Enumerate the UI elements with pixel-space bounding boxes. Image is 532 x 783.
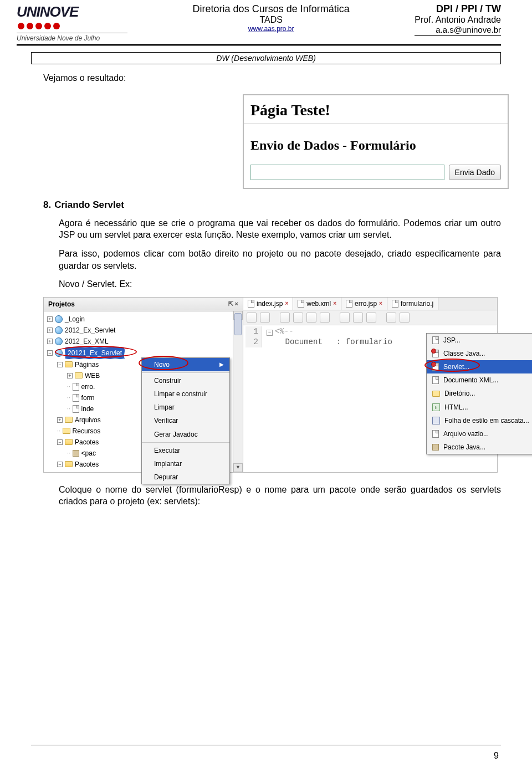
browser-screenshot: Págia Teste! Envio de Dados - Formulário… [243, 94, 509, 189]
dept-name: Diretoria dos Cursos de Informática [127, 3, 415, 15]
menu-doc-xml[interactable]: Documento XML... [427, 373, 532, 387]
menu-arquivo-vazio[interactable]: Arquivo vazio... [427, 427, 532, 441]
toolbar-button[interactable] [353, 313, 363, 323]
form-text-input[interactable] [250, 165, 444, 180]
file-icon [73, 383, 79, 391]
center-header: Diretoria dos Cursos de Informática TADS… [127, 3, 415, 33]
folder-icon [65, 439, 73, 445]
folder-icon [432, 391, 440, 397]
scroll-down-icon[interactable]: ▼ [233, 463, 243, 472]
projects-label: Projetos [48, 300, 75, 309]
project-login[interactable]: +_Login [47, 314, 239, 325]
globe-icon [55, 315, 63, 323]
globe-icon [55, 337, 63, 345]
file-icon [432, 336, 439, 344]
tab-webxml[interactable]: web.xml× [293, 298, 341, 310]
intro-result: Vejamos o resultado: [43, 72, 501, 84]
file-icon [73, 405, 79, 413]
submit-button[interactable]: Envia Dado [449, 165, 501, 180]
toolbar-button[interactable] [260, 313, 270, 323]
css-icon [432, 417, 440, 424]
editor-toolbar [243, 310, 497, 325]
toolbar-button[interactable] [247, 313, 257, 323]
toolbar-button[interactable] [306, 313, 316, 323]
section-heading: 8.Criando Servlet [43, 199, 501, 212]
logo-dots [18, 23, 127, 29]
page-title: Págia Teste! [244, 95, 508, 124]
menu-novo[interactable]: Novo▶ [142, 358, 229, 371]
projects-panel-title: Projetos ⇱ × [44, 298, 243, 311]
fold-icon[interactable]: − [267, 330, 273, 336]
package-icon [432, 444, 439, 451]
toolbar-button[interactable] [366, 313, 376, 323]
website-link: www.aas.pro.br [127, 25, 415, 33]
menu-pacote-java[interactable]: Pacote Java... [427, 441, 532, 454]
file-icon [248, 300, 254, 308]
projects-scrollbar[interactable]: ▲ ▼ [233, 311, 243, 472]
menu-limpar[interactable]: Limpar [142, 401, 229, 414]
highlight-ellipse [55, 346, 137, 358]
folder-icon [65, 461, 73, 467]
panel-controls[interactable]: ⇱ × [228, 300, 238, 308]
logo-tagline: Universidade Nove de Julho [17, 33, 127, 42]
toolbar-button[interactable] [400, 313, 410, 323]
toolbar-button[interactable] [386, 313, 396, 323]
paragraph-5: Coloque o nome do servlet (formularioRes… [59, 484, 501, 508]
professor-name: Prof. Antonio Andrade [415, 15, 501, 25]
menu-verificar[interactable]: Verificar [142, 414, 229, 427]
section-title: Criando Servlet [54, 199, 124, 210]
editor-area: index.jsp× web.xml× erro.jsp× formulario… [243, 298, 497, 472]
close-icon[interactable]: × [379, 300, 382, 308]
tab-index[interactable]: index.jsp× [243, 298, 293, 310]
paragraph-4: Novo / Servlet. Ex: [59, 278, 501, 290]
project-servlet[interactable]: +2012_Ex_Servlet [47, 325, 239, 336]
logo: UNINOVE Universidade Nove de Julho [17, 3, 127, 42]
scroll-thumb[interactable] [234, 313, 242, 335]
professor-email: a.a.s@uninove.br [415, 25, 501, 36]
project-xml[interactable]: +2012_Ex_XML [47, 336, 239, 347]
form-heading: Envio de Dados - Formulário [244, 124, 508, 164]
menu-limpar-construir[interactable]: Limpar e construir [142, 387, 229, 401]
globe-icon [55, 326, 63, 334]
highlight-ellipse [139, 356, 188, 370]
page-header: UNINOVE Universidade Nove de Julho Diret… [0, 0, 532, 42]
menu-gerar-javadoc[interactable]: Gerar Javadoc [142, 428, 229, 441]
toolbar-button[interactable] [293, 313, 303, 323]
menu-construir[interactable]: Construir [142, 374, 229, 387]
package-icon [73, 450, 79, 457]
menu-jsp[interactable]: JSP... [427, 334, 532, 347]
menu-depurar[interactable]: Depurar [142, 470, 229, 484]
close-icon[interactable]: × [333, 300, 336, 308]
context-menu: Novo▶ Construir Limpar e construir Limpa… [141, 357, 230, 485]
course-title-box: DW (Desenvolvimento WEB) [31, 52, 501, 64]
toolbar-button[interactable] [340, 313, 350, 323]
document-content: Vejamos o resultado: Págia Teste! Envio … [0, 64, 532, 508]
html-icon: h [432, 403, 440, 411]
java-icon [432, 350, 439, 357]
section-number: 8. [43, 199, 51, 212]
course-codes: DPI / PPI / TW [415, 3, 501, 15]
toolbar-button[interactable] [280, 313, 290, 323]
menu-implantar[interactable]: Implantar [142, 457, 229, 470]
program-name: TADS [127, 15, 415, 25]
menu-css[interactable]: Folha de estilo em cascata... [427, 414, 532, 427]
submenu-novo: JSP... Classe Java... Servlet... Documen… [426, 333, 532, 455]
menu-classe-java[interactable]: Classe Java... [427, 347, 532, 360]
paragraph-2: Agora é necessário que se crie o program… [59, 217, 501, 241]
right-header: DPI / PPI / TW Prof. Antonio Andrade a.a… [415, 3, 501, 36]
toolbar-button[interactable] [320, 313, 330, 323]
file-icon [392, 300, 398, 308]
page-number: 9 [494, 751, 499, 761]
close-icon[interactable]: × [285, 300, 288, 308]
menu-html[interactable]: hHTML... [427, 401, 532, 414]
tab-formulario[interactable]: formulario.j [387, 298, 438, 310]
tab-erro[interactable]: erro.jsp× [341, 298, 387, 310]
header-rule [17, 44, 501, 47]
submenu-arrow-icon: ▶ [219, 361, 224, 369]
menu-diretorio[interactable]: Diretório... [427, 387, 532, 400]
footer-rule [31, 745, 501, 745]
menu-executar[interactable]: Executar [142, 444, 229, 457]
menu-servlet[interactable]: Servlet... [427, 360, 532, 373]
file-icon [432, 430, 439, 438]
editor-tabs: index.jsp× web.xml× erro.jsp× formulario… [243, 298, 497, 310]
